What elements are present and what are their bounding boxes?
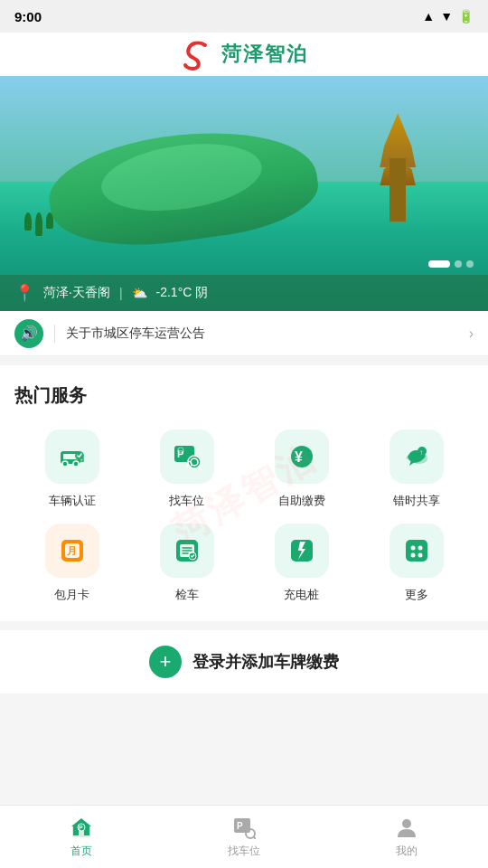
dot-3 <box>466 260 474 268</box>
self-pay-label: 自助缴费 <box>278 493 325 509</box>
svg-point-7 <box>178 448 183 453</box>
notice-divider <box>54 325 55 343</box>
profile-nav-icon <box>394 815 419 840</box>
notice-bar[interactable]: 🔊 关于市城区停车运营公告 › <box>0 311 488 356</box>
find-parking-label: 找车位 <box>169 493 204 509</box>
login-cta[interactable]: + 登录并添加车牌缴费 <box>0 630 488 693</box>
tree-3 <box>46 212 53 229</box>
nav-find-parking[interactable]: P 找车位 <box>163 807 325 866</box>
notice-icon: 🔊 <box>14 319 43 348</box>
app-title: 菏泽智泊 <box>221 41 308 68</box>
location-text: 菏泽·天香阁 <box>43 285 110 301</box>
status-bar: 9:00 ▲ ▼ 🔋 <box>0 0 488 33</box>
charging-label: 充电桩 <box>284 587 319 603</box>
inspect-icon-wrap <box>160 524 214 578</box>
svg-rect-26 <box>406 540 427 561</box>
add-plate-icon: + <box>149 646 182 678</box>
bottom-nav: P 首页 P 找车位 我的 <box>0 805 488 868</box>
car-auth-icon-wrap <box>45 429 99 484</box>
svg-point-29 <box>410 553 415 558</box>
service-self-pay[interactable]: ¥ 自助缴费 <box>244 429 359 509</box>
svg-text:月: 月 <box>67 545 77 556</box>
temperature-text: -2.1°C 阴 <box>156 285 209 301</box>
services-section: 菏泽智泊 热门服务 车辆认证 <box>0 365 488 621</box>
services-title: 热门服务 <box>14 383 474 408</box>
service-charging[interactable]: 充电桩 <box>244 524 359 603</box>
notice-text: 关于市城区停车运营公告 <box>66 326 458 342</box>
weather-divider: | <box>119 286 123 300</box>
time-share-icon-wrap: ↑ <box>389 429 444 484</box>
dot-2 <box>455 260 462 268</box>
svg-point-27 <box>410 546 415 551</box>
time-share-label: 错时共享 <box>393 493 440 509</box>
more-label: 更多 <box>405 587 428 603</box>
nav-profile[interactable]: 我的 <box>325 807 488 866</box>
inspect-label: 检车 <box>175 587 199 603</box>
service-car-auth[interactable]: 车辆认证 <box>14 429 129 509</box>
monthly-card-icon-wrap: 月 <box>45 524 99 578</box>
monthly-card-label: 包月卡 <box>54 587 89 603</box>
charging-icon-wrap <box>275 524 329 578</box>
svg-text:↑: ↑ <box>419 448 423 457</box>
battery-icon: 🔋 <box>458 9 474 24</box>
svg-point-2 <box>62 461 68 467</box>
service-inspect[interactable]: 检车 <box>129 524 244 603</box>
status-icons: ▲ ▼ 🔋 <box>422 9 474 24</box>
svg-line-10 <box>199 467 202 469</box>
login-cta-text: 登录并添加车牌缴费 <box>192 651 339 673</box>
weather-cloud-icon: ⛅ <box>132 286 147 300</box>
tower-body <box>389 158 406 222</box>
svg-text:P: P <box>237 821 243 831</box>
service-monthly-card[interactable]: 月 包月卡 <box>14 524 129 603</box>
tree-2 <box>35 212 42 236</box>
wifi-icon: ▼ <box>440 9 453 24</box>
notice-arrow-icon: › <box>469 326 474 342</box>
find-parking-icon-wrap: P Q <box>160 429 214 484</box>
app-header: 菏泽智泊 <box>0 33 488 76</box>
nav-home[interactable]: P 首页 <box>0 807 163 866</box>
service-more[interactable]: 更多 <box>359 524 474 603</box>
home-icon: P <box>69 815 94 840</box>
services-grid: 车辆认证 P Q 找车位 ¥ <box>14 429 474 603</box>
location-icon: 📍 <box>14 283 34 303</box>
banner: 📍 菏泽·天香阁 | ⛅ -2.1°C 阴 <box>0 76 488 311</box>
dot-1 <box>428 260 450 268</box>
svg-text:¥: ¥ <box>295 449 303 465</box>
speaker-icon: 🔊 <box>20 325 38 342</box>
home-nav-label: 首页 <box>70 844 92 859</box>
profile-nav-label: 我的 <box>396 844 418 859</box>
svg-point-38 <box>402 819 411 828</box>
banner-tower <box>366 113 429 222</box>
banner-trees <box>24 212 53 236</box>
svg-point-30 <box>418 553 422 558</box>
more-icon-wrap <box>389 524 444 578</box>
svg-text:P: P <box>79 825 83 831</box>
status-time: 9:00 <box>14 9 42 24</box>
find-parking-nav-icon: P <box>231 815 257 840</box>
svg-line-37 <box>254 837 256 839</box>
service-find-parking[interactable]: P Q 找车位 <box>129 429 244 509</box>
self-pay-icon-wrap: ¥ <box>275 429 329 484</box>
svg-text:Q: Q <box>186 459 192 468</box>
app-logo <box>180 38 212 71</box>
svg-point-3 <box>73 461 79 467</box>
service-time-share[interactable]: ↑ 错时共享 <box>359 429 474 509</box>
banner-dots <box>428 260 474 268</box>
signal-icon: ▲ <box>422 9 435 24</box>
tree-1 <box>24 212 32 231</box>
svg-point-28 <box>418 546 422 551</box>
find-parking-nav-label: 找车位 <box>228 844 260 859</box>
car-auth-label: 车辆认证 <box>49 493 96 509</box>
weather-strip: 📍 菏泽·天香阁 | ⛅ -2.1°C 阴 <box>0 275 488 311</box>
